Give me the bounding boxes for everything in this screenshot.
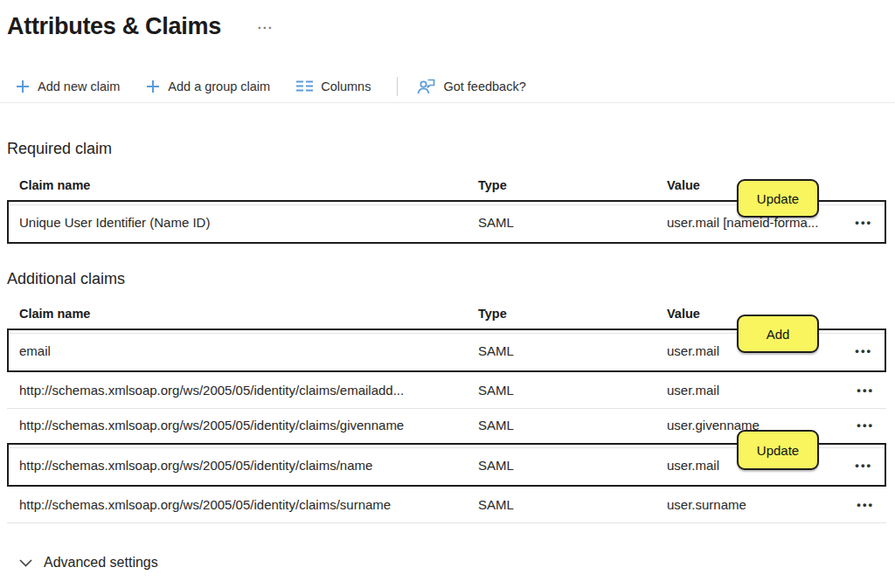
row-menu-ellipsis-icon[interactable]: ••• [843, 344, 885, 357]
plus-icon [16, 80, 30, 93]
chevron-down-icon [19, 559, 32, 567]
advanced-settings-toggle[interactable]: Advanced settings [19, 555, 895, 571]
advanced-settings-label: Advanced settings [44, 555, 158, 571]
additional-claims-heading: Additional claims [0, 270, 895, 288]
column-header-claim-name: Claim name [19, 178, 478, 192]
required-claim-heading: Required claim [0, 140, 895, 158]
column-header-type: Type [478, 307, 667, 321]
attributes-claims-page: Attributes & Claims ··· Add new claim Ad… [0, 0, 895, 588]
add-group-claim-label: Add a group claim [168, 80, 270, 93]
claim-name-cell: Unique User Identifier (Name ID) [19, 215, 478, 230]
row-menu-ellipsis-icon[interactable]: ••• [844, 419, 886, 432]
toolbar-divider [397, 77, 398, 96]
add-new-claim-button[interactable]: Add new claim [16, 80, 120, 93]
claim-name-cell: http://schemas.xmlsoap.org/ws/2005/05/id… [19, 458, 478, 473]
claim-type-cell: SAML [478, 497, 667, 512]
command-bar: Add new claim Add a group claim Columns [0, 70, 895, 103]
column-header-type: Type [478, 178, 667, 192]
columns-button[interactable]: Columns [296, 80, 371, 93]
claim-name-cell: email [19, 343, 478, 358]
claim-name-cell: http://schemas.xmlsoap.org/ws/2005/05/id… [19, 383, 478, 398]
page-menu-ellipsis-icon[interactable]: ··· [258, 20, 274, 35]
claim-type-cell: SAML [478, 383, 667, 398]
claim-type-cell: SAML [478, 458, 667, 473]
got-feedback-button[interactable]: Got feedback? [417, 79, 525, 94]
table-row-surname[interactable]: http://schemas.xmlsoap.org/ws/2005/05/id… [7, 487, 886, 523]
claim-value-cell: user.surname [667, 497, 844, 512]
annotation-update-required-claim: Update [737, 179, 819, 218]
annotation-add-email-claim: Add [737, 315, 819, 353]
page-title: Attributes & Claims [7, 13, 221, 40]
claim-type-cell: SAML [478, 215, 667, 230]
plus-icon [146, 80, 160, 93]
add-new-claim-label: Add new claim [38, 80, 120, 93]
claim-type-cell: SAML [478, 418, 667, 432]
row-menu-ellipsis-icon[interactable]: ••• [843, 216, 885, 229]
columns-label: Columns [321, 80, 371, 93]
claim-value-cell: user.mail [667, 383, 844, 398]
annotation-update-name-claim: Update [737, 430, 819, 470]
row-menu-ellipsis-icon[interactable]: ••• [844, 498, 886, 511]
got-feedback-label: Got feedback? [443, 80, 525, 93]
page-header: Attributes & Claims ··· [0, 0, 895, 45]
feedback-icon [417, 79, 435, 94]
claim-name-cell: http://schemas.xmlsoap.org/ws/2005/05/id… [19, 418, 478, 432]
claim-type-cell: SAML [478, 343, 667, 358]
claim-name-cell: http://schemas.xmlsoap.org/ws/2005/05/id… [19, 497, 478, 512]
add-group-claim-button[interactable]: Add a group claim [146, 80, 270, 93]
column-header-claim-name: Claim name [19, 307, 478, 321]
table-row-emailaddress[interactable]: http://schemas.xmlsoap.org/ws/2005/05/id… [7, 372, 886, 409]
row-menu-ellipsis-icon[interactable]: ••• [844, 384, 886, 397]
row-menu-ellipsis-icon[interactable]: ••• [843, 459, 885, 472]
columns-icon [296, 80, 313, 93]
